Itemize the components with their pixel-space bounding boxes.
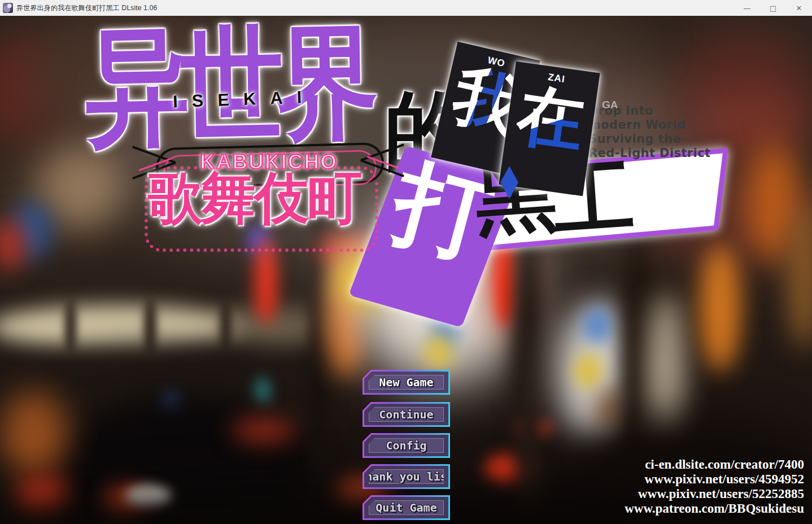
- close-button[interactable]: ✕: [786, 0, 812, 16]
- link-pixiv-2: www.pixiv.net/users/52252885: [625, 487, 804, 501]
- logo-isekai-cn: 异世界: [85, 16, 372, 157]
- maximize-button[interactable]: □: [760, 0, 786, 16]
- logo-kabukicho-cn: 歌舞伎町: [148, 168, 360, 228]
- new-game-label: New Game: [379, 375, 433, 389]
- game-title-screen: 异世界 ISEKAI 的 WO 我 ZAI 在 GA Drop into mod…: [0, 16, 812, 524]
- thank-you-list-button[interactable]: Thank you list: [363, 464, 450, 489]
- continue-label: Continue: [379, 408, 433, 421]
- tagline-line: Drop into: [588, 104, 710, 118]
- author-links: ci-en.dlsite.com/creator/7400 www.pixiv.…: [625, 457, 804, 516]
- tagline-line: Surviving the: [588, 132, 710, 146]
- tagline-line: modern World: [588, 118, 710, 132]
- quit-game-button[interactable]: Quit Game: [363, 495, 450, 520]
- link-pixiv-1: www.pixiv.net/users/4594952: [625, 472, 804, 487]
- link-ci-en: ci-en.dlsite.com/creator/7400: [625, 457, 804, 472]
- config-button[interactable]: Config: [363, 433, 450, 458]
- new-game-button[interactable]: New Game: [363, 370, 450, 395]
- minimize-button[interactable]: —: [734, 0, 760, 16]
- link-patreon: www.patreon.com/BBQsukidesu: [625, 501, 804, 516]
- logo-card-zai-char: 在: [513, 81, 588, 156]
- continue-button[interactable]: Continue: [363, 402, 450, 427]
- window-title: 异世界出身的我在歌舞伎町打黑工 DLsite 1.06: [16, 3, 157, 13]
- thank-you-list-label: Thank you list: [359, 470, 454, 483]
- config-label: Config: [386, 439, 426, 452]
- window-titlebar: 异世界出身的我在歌舞伎町打黑工 DLsite 1.06 — □ ✕: [0, 0, 812, 16]
- app-icon: [3, 3, 13, 13]
- quit-game-label: Quit Game: [376, 501, 436, 514]
